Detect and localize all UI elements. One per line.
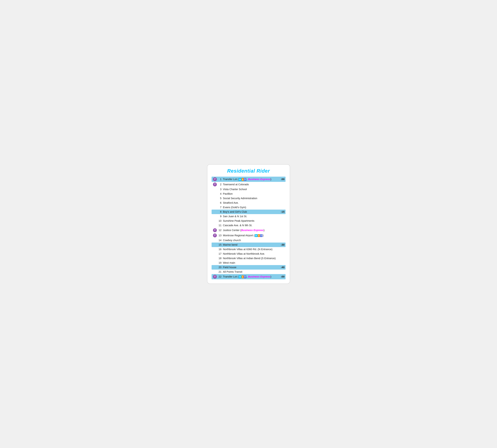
stop-time: :30: [281, 243, 285, 246]
stop-name: Stratford Ave.: [223, 201, 285, 204]
stop-name: Vista Charter School: [223, 188, 285, 191]
stop-number: 5: [217, 197, 222, 200]
stop-row: T 12 Justice Center (Business Express): [212, 228, 286, 233]
stop-number: 14: [217, 239, 222, 242]
stop-number: 1: [217, 178, 222, 181]
stop-row: 8 Boy's and Girl's Club :15: [212, 209, 286, 214]
transfer-icon: T: [213, 228, 217, 232]
stop-number: 3: [217, 188, 222, 191]
stop-row: 10 Sunshine Peak Apartments: [212, 219, 286, 223]
transfer-icon: T: [213, 275, 217, 279]
stop-row: 17 Northbrook Villas at Northbrook Ave.: [212, 252, 286, 256]
stop-name: Transfer Lot (moD, Business Express): [223, 275, 280, 278]
stop-number: 6: [217, 201, 222, 204]
stop-number: 12: [217, 229, 222, 232]
stop-time: :00: [281, 275, 285, 278]
stop-row: 5 Social Security Administration: [212, 196, 286, 201]
transfer-icon: T: [213, 183, 217, 186]
stop-time: :15: [281, 210, 285, 213]
stop-time: :00: [281, 178, 285, 181]
stop-row: T 2 Townsend at Colorado: [212, 182, 286, 187]
stop-row: 15 Marine bend :30: [212, 242, 286, 247]
stop-name: San Juan & N 1st St.: [223, 215, 285, 218]
stop-number: 21: [217, 270, 222, 273]
stop-number: 9: [217, 215, 222, 218]
stop-row: T 13 Montrose Regional Airport (moD): [212, 233, 286, 238]
stop-name: Transfer Lot (moD, Business Express): [223, 178, 280, 181]
stop-row: 11 Cascade Ave. & N 9th St.: [212, 223, 286, 228]
stop-number: 7: [217, 206, 222, 209]
stop-number: 4: [217, 192, 222, 195]
stop-row: 19 West main: [212, 261, 286, 265]
transfer-icon-area: T: [212, 275, 217, 279]
stop-number: 20: [217, 266, 222, 269]
stop-name: Boy's and Girl's Club: [223, 210, 280, 213]
stop-name: Townsend at Colorado: [223, 183, 285, 186]
card: Residential Rider T 1 Transfer Lot (moD,…: [207, 164, 290, 284]
stop-name: Field house: [223, 266, 280, 269]
stop-number: 11: [217, 224, 222, 227]
stop-name: Northbrook Villas at Northbrook Ave.: [223, 252, 285, 255]
stop-list: T 1 Transfer Lot (moD, Business Express)…: [212, 177, 286, 279]
stop-row: 3 Vista Charter School: [212, 187, 286, 192]
transfer-icon-area: T: [212, 228, 217, 232]
stop-name: All Points Transit: [223, 270, 285, 273]
stop-row: 14 Cowboy church: [212, 238, 286, 242]
stop-name: Pavillion: [223, 192, 285, 195]
transfer-icon-area: T: [212, 177, 217, 181]
transfer-icon: T: [213, 177, 217, 181]
stop-number: 15: [217, 243, 222, 246]
stop-name: Social Security Administration: [223, 197, 285, 200]
stop-time: :40: [281, 266, 285, 269]
page-title: Residential Rider: [212, 168, 286, 174]
stop-name: Cascade Ave. & N 9th St.: [223, 224, 285, 227]
stop-row: 7 Evans (Gold's Gym): [212, 205, 286, 209]
stop-row: 16 Northbrook Villas at 6360 Rd. (N Entr…: [212, 247, 286, 252]
stop-name: Sunshine Peak Apartments: [223, 219, 285, 222]
stop-row: 4 Pavillion: [212, 192, 286, 196]
stop-number: 17: [217, 252, 222, 255]
stop-row: 18 Northbrook Villas at Indian Bend (S E…: [212, 256, 286, 261]
stop-number: 2: [217, 183, 222, 186]
stop-number: 13: [217, 234, 222, 237]
stop-row: 20 Field house :40: [212, 265, 286, 270]
stop-name: Montrose Regional Airport (moD): [223, 234, 285, 237]
stop-row: 9 San Juan & N 1st St.: [212, 214, 286, 219]
stop-number: 18: [217, 257, 222, 260]
stop-row: T 22 Transfer Lot (moD, Business Express…: [212, 274, 286, 279]
transfer-icon-area: T: [212, 183, 217, 186]
stop-name: Northbrook Villas at Indian Bend (S Entr…: [223, 257, 285, 260]
stop-name: Cowboy church: [223, 239, 285, 242]
stop-row: 21 All Points Transit: [212, 270, 286, 274]
transfer-icon-area: T: [212, 234, 217, 237]
stop-row: T 1 Transfer Lot (moD, Business Express)…: [212, 177, 286, 182]
stop-name: Marine bend: [223, 243, 280, 246]
stop-number: 22: [217, 275, 222, 278]
stop-name: West main: [223, 261, 285, 264]
stop-number: 8: [217, 210, 222, 213]
stop-name: Justice Center (Business Express): [223, 229, 285, 232]
stop-name: Evans (Gold's Gym): [223, 206, 285, 209]
stop-name: Northbrook Villas at 6360 Rd. (N Entranc…: [223, 248, 285, 251]
stop-row: 6 Stratford Ave.: [212, 201, 286, 205]
stop-number: 19: [217, 261, 222, 264]
stop-number: 10: [217, 219, 222, 222]
transfer-icon: T: [213, 234, 217, 237]
stop-number: 16: [217, 248, 222, 251]
